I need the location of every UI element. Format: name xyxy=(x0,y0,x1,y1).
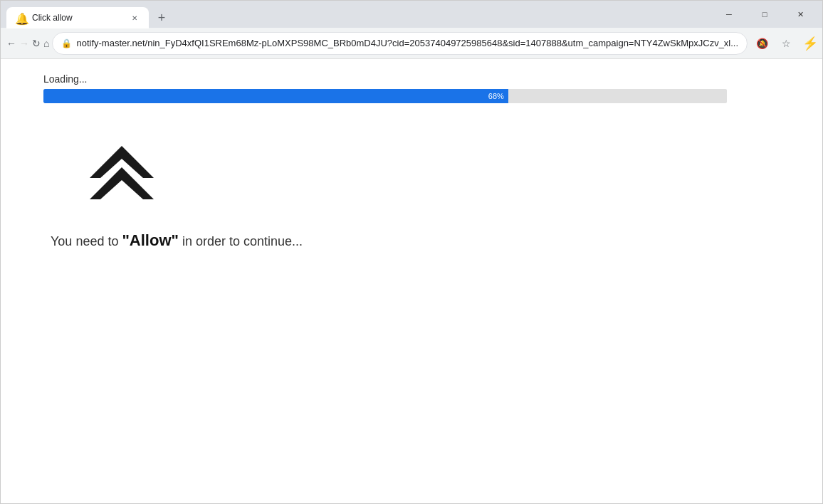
maximize-button[interactable]: □ xyxy=(748,4,781,25)
loading-label: Loading... xyxy=(43,73,780,85)
lock-icon: 🔒 xyxy=(61,38,72,48)
chevron-icon-container xyxy=(79,125,780,210)
tab-close-button[interactable]: ✕ xyxy=(129,12,140,23)
close-button[interactable]: ✕ xyxy=(784,4,817,25)
instruction-prefix: You need to xyxy=(51,234,122,248)
url-text: notify-master.net/nin_FyD4xfQI1SREm68Mz-… xyxy=(76,38,738,48)
new-tab-button[interactable]: + xyxy=(152,8,172,28)
address-bar[interactable]: 🔒 notify-master.net/nin_FyD4xfQI1SREm68M… xyxy=(52,32,748,55)
instruction-text: You need to "Allow" in order to continue… xyxy=(51,231,780,250)
browser-window: 🔔 Click allow ✕ + ─ □ ✕ ← → ↻ ⌂ 🔒 notify… xyxy=(0,0,823,504)
tab-title: Click allow xyxy=(32,13,123,23)
nav-bar: ← → ↻ ⌂ 🔒 notify-master.net/nin_FyD4xfQI… xyxy=(1,28,822,59)
active-tab[interactable]: 🔔 Click allow ✕ xyxy=(6,7,149,28)
minimize-button[interactable]: ─ xyxy=(713,4,745,25)
tab-favicon: 🔔 xyxy=(15,12,26,23)
title-bar: 🔔 Click allow ✕ + ─ □ ✕ xyxy=(1,1,822,28)
forward-button[interactable]: → xyxy=(19,32,29,55)
extensions-icon[interactable]: ⚡ xyxy=(799,32,822,55)
page-content: Loading... 68% You need to "Allow" in or… xyxy=(1,59,822,503)
tab-bar: 🔔 Click allow ✕ + xyxy=(6,1,713,28)
progress-text: 68% xyxy=(488,92,504,100)
instruction-suffix: in order to continue... xyxy=(179,234,303,248)
bookmark-icon[interactable]: 🔕 xyxy=(750,32,773,55)
nav-actions: 🔕 ☆ ⚡ ⊙ ○ 👤 ⋮ xyxy=(750,32,823,55)
reload-button[interactable]: ↻ xyxy=(32,32,41,55)
progress-bar-container: 68% xyxy=(43,89,727,103)
progress-bar-fill: 68% xyxy=(43,89,508,103)
back-button[interactable]: ← xyxy=(6,32,16,55)
star-icon[interactable]: ☆ xyxy=(775,32,797,55)
chevron-up-icon xyxy=(79,125,164,210)
window-controls: ─ □ ✕ xyxy=(713,4,817,25)
instruction-keyword: "Allow" xyxy=(122,231,179,249)
home-button[interactable]: ⌂ xyxy=(43,32,49,55)
